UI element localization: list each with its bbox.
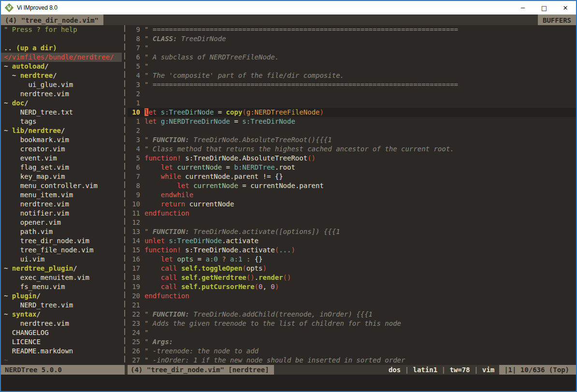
tree-item[interactable]: ui_glue.vim [1, 80, 122, 89]
editor-line[interactable]: 21 [128, 301, 576, 310]
tree-item[interactable]: ~ doc/ [1, 99, 122, 108]
editor-line[interactable]: 19 call self.putCursorHere(0, 0) [128, 282, 576, 291]
editor-line[interactable]: 10let s:TreeDirNode = copy(g:NERDTreeFil… [128, 108, 576, 117]
tree-item[interactable]: flag_set.vim [1, 163, 122, 172]
format-part: dos [389, 366, 401, 374]
tree-item[interactable]: LICENCE [1, 337, 122, 347]
editor-line[interactable]: 26" -treenode: the node to add [128, 347, 576, 356]
editor-line[interactable]: 13" FUNCTION: TreeDirNode.activate([opti… [128, 227, 576, 236]
editor-line[interactable]: 10 return currentNode [128, 200, 576, 209]
tree-item[interactable]: NERD_tree.vim [1, 301, 122, 310]
editor-line[interactable]: 22" FUNCTION: TreeDirNode.addChild(treen… [128, 310, 576, 319]
vertical-split-separator[interactable] [122, 25, 128, 365]
tree-item[interactable]: ~ autoload/ [1, 62, 122, 71]
line-text: endwhile [144, 190, 193, 200]
line-text: let currentNode = currentNode.parent [144, 181, 324, 190]
editor-line[interactable]: 14unlet s:TreeDirNode.activate [128, 236, 576, 246]
editor-line[interactable]: 2 [128, 89, 576, 99]
editor-line[interactable]: 2 [128, 126, 576, 135]
line-text: README.markdown [4, 347, 73, 356]
line-text: NERD_tree.vim [4, 301, 73, 310]
editor-line[interactable]: 7" [128, 44, 576, 53]
editor-line[interactable]: 4" The 'composite' part of the file/dir … [128, 71, 576, 80]
editor-line[interactable]: 8 let currentNode = currentNode.parent [128, 181, 576, 190]
tree-item[interactable]: nerdtree.vim [1, 200, 122, 209]
line-text: event.vim [4, 154, 57, 163]
editor-line[interactable]: 12 [128, 218, 576, 227]
close-button[interactable]: ✕ [555, 1, 576, 15]
line-text: function! s:TreeDirNode.AbsoluteTreeRoot… [144, 154, 316, 163]
editor-line[interactable]: 7 while currentNode.parent != {} [128, 172, 576, 181]
tree-item[interactable] [1, 34, 122, 44]
line-text: " FUNCTION: TreeDirNode.AbsoluteTreeRoot… [144, 135, 332, 145]
editor-line[interactable]: 23" Adds the given treenode to the list … [128, 319, 576, 328]
editor-line[interactable]: 24" [128, 328, 576, 337]
line-number: 17 [128, 264, 140, 273]
tree-item[interactable]: event.vim [1, 154, 122, 163]
file-status-segment: (4) "tree_dir_node.vim" [nerdtree] [128, 365, 274, 375]
editor-line[interactable]: 16 let opts = a:0 ? a:1 : {} [128, 255, 576, 264]
tree-item[interactable]: key_map.vim [1, 172, 122, 181]
tree-item[interactable]: path.vim [1, 227, 122, 236]
tree-item[interactable]: tree_dir_node.vim [1, 236, 122, 246]
editor-line[interactable]: 9 endwhile [128, 190, 576, 200]
editor-line[interactable]: 18 call self.getNerdtree().render() [128, 273, 576, 282]
editor-line[interactable]: 9" =====================================… [128, 25, 576, 34]
tree-item[interactable]: README.markdown [1, 347, 122, 356]
editor-line[interactable]: 5" [128, 62, 576, 71]
line-text: NERD_tree.txt [4, 108, 73, 117]
editor-line[interactable]: 3" =====================================… [128, 80, 576, 89]
editor-line[interactable]: 6" A subclass of NERDTreeFileNode. [128, 53, 576, 62]
line-number: 16 [128, 255, 140, 264]
tree-item[interactable]: ui.vim [1, 255, 122, 264]
editor-line[interactable]: 3" FUNCTION: TreeDirNode.AbsoluteTreeRoo… [128, 135, 576, 145]
tree-item[interactable]: ~ nerdtree_plugin/ [1, 264, 122, 273]
tree-item[interactable]: bookmark.vim [1, 135, 122, 145]
tree-item[interactable]: ~ [1, 356, 122, 365]
line-text: " [144, 62, 148, 71]
tree-item[interactable]: nerdtree.vim [1, 319, 122, 328]
tree-item[interactable]: .. (up a dir) [1, 44, 122, 53]
nerdtree-pane[interactable]: " Press ? for help.. (up a dir)</vimfile… [1, 25, 122, 365]
editor-line[interactable]: 17 call self.toggleOpen(opts) [128, 264, 576, 273]
tree-item[interactable]: ~ nerdtree/ [1, 71, 122, 80]
tree-item[interactable]: creator.vim [1, 145, 122, 154]
tree-item[interactable]: exec_menuitem.vim [1, 273, 122, 282]
tree-item[interactable]: NERD_tree.txt [1, 108, 122, 117]
editor-line[interactable]: 1 [128, 99, 576, 108]
editor-line[interactable]: 20endfunction [128, 291, 576, 301]
tree-item[interactable]: opener.vim [1, 218, 122, 227]
tree-item[interactable]: fs_menu.vim [1, 282, 122, 291]
tree-item[interactable]: " Press ? for help [1, 25, 122, 34]
editor-line[interactable]: 15function! s:TreeDirNode.activate(...) [128, 246, 576, 255]
editor-pane[interactable]: 9" =====================================… [128, 25, 576, 365]
line-number: 9 [128, 190, 140, 200]
format-separator: | [470, 366, 482, 374]
tree-item[interactable]: </vimfiles/bundle/nerdtree/ [1, 53, 122, 62]
editor-line[interactable]: 11endfunction [128, 209, 576, 218]
maximize-button[interactable]: □ [534, 1, 555, 15]
editor-line[interactable]: 1let g:NERDTreeDirNode = s:TreeDirNode [128, 117, 576, 126]
tree-item[interactable]: menu_item.vim [1, 190, 122, 200]
tree-item[interactable]: nerdtree.vim [1, 89, 122, 99]
line-text: " [144, 328, 148, 337]
tree-item[interactable]: ~ syntax/ [1, 310, 122, 319]
minimize-button[interactable]: ─ [512, 1, 534, 15]
line-text: opener.vim [4, 218, 61, 227]
tree-item[interactable]: menu_controller.vim [1, 181, 122, 190]
tree-item[interactable]: tags [1, 117, 122, 126]
tree-item[interactable]: ~ plugin/ [1, 291, 122, 301]
editor-line[interactable]: 4" Class method that returns the highest… [128, 145, 576, 154]
command-line-area[interactable] [1, 375, 576, 391]
editor-line[interactable]: 6 let currentNode = b:NERDTree.root [128, 163, 576, 172]
tree-item[interactable]: notifier.vim [1, 209, 122, 218]
tree-item[interactable]: CHANGELOG [1, 328, 122, 337]
tree-item[interactable]: tree_file_node.vim [1, 246, 122, 255]
tree-item[interactable]: ~ lib/nerdtree/ [1, 126, 122, 135]
editor-line[interactable]: 25" Args: [128, 337, 576, 347]
editor-line[interactable]: 5function! s:TreeDirNode.AbsoluteTreeRoo… [128, 154, 576, 163]
editor-line[interactable]: 8" CLASS: TreeDirNode [128, 34, 576, 44]
line-text: call self.putCursorHere(0, 0) [144, 282, 279, 291]
tab-tree-dir-node[interactable]: (4) "tree_dir_node.vim" [1, 15, 103, 25]
editor-line[interactable]: 27" -inOrder: 1 if the new node should b… [128, 356, 576, 365]
